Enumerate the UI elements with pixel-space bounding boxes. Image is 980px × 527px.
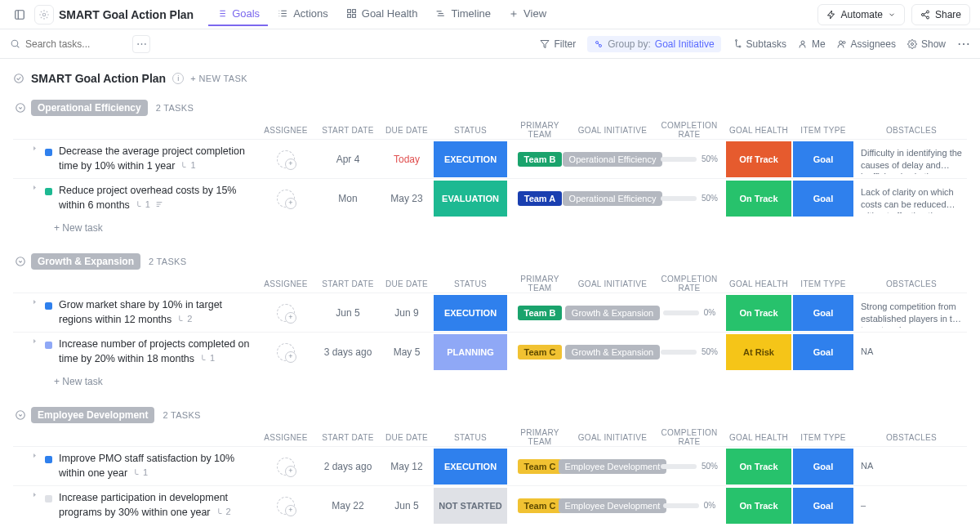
subtask-count[interactable]: 1: [199, 353, 215, 363]
health-cell[interactable]: Off Track: [726, 141, 791, 177]
subtask-count[interactable]: 2: [176, 314, 192, 324]
task-row[interactable]: Increase number of projects completed on…: [13, 332, 967, 371]
row-expand[interactable]: [31, 337, 38, 345]
obstacle-cell[interactable]: NA: [854, 342, 969, 361]
subtask-count[interactable]: 1: [132, 467, 148, 477]
health-cell[interactable]: At Risk: [726, 334, 791, 370]
item-type-cell[interactable]: Goal: [793, 488, 853, 524]
item-type-cell[interactable]: Goal: [793, 141, 853, 177]
share-button[interactable]: Share: [911, 4, 970, 25]
more-button[interactable]: ⋯: [957, 36, 970, 51]
group-collapse-icon[interactable]: [15, 256, 26, 267]
health-cell[interactable]: On Track: [726, 181, 791, 217]
group-collapse-icon[interactable]: [15, 409, 26, 421]
group-by-button[interactable]: Group by: Goal Initiative: [587, 36, 720, 52]
due-date[interactable]: May 23: [381, 193, 433, 204]
show-button[interactable]: Show: [907, 38, 946, 50]
group-collapse-icon[interactable]: [15, 102, 26, 114]
obstacle-cell[interactable]: Difficulty in identifying the causes of …: [854, 144, 969, 175]
search-input[interactable]: [25, 38, 115, 50]
search-more-button[interactable]: ⋯: [132, 35, 150, 53]
item-type-cell[interactable]: Goal: [793, 334, 853, 370]
status-cell[interactable]: EXECUTION: [434, 449, 507, 485]
row-expand[interactable]: [31, 452, 38, 459]
initiative-cell[interactable]: Employee Development: [572, 459, 653, 474]
team-cell[interactable]: Team B: [508, 306, 572, 320]
status-cell[interactable]: EXECUTION: [434, 141, 507, 177]
me-button[interactable]: Me: [798, 38, 826, 50]
status-cell[interactable]: PLANNING: [434, 334, 507, 370]
task-row[interactable]: Reduce project overhead costs by 15% wit…: [13, 178, 967, 217]
tab-actions[interactable]: Actions: [270, 2, 336, 26]
tab-timeline[interactable]: Timeline: [427, 2, 499, 26]
due-date[interactable]: May 12: [381, 461, 433, 472]
tab-goals[interactable]: Goals: [208, 2, 268, 26]
initiative-cell[interactable]: Growth & Expansion: [572, 306, 653, 320]
automate-button[interactable]: Automate: [817, 4, 905, 25]
task-row[interactable]: Decrease the average project completion …: [13, 139, 967, 178]
due-date[interactable]: Today: [381, 154, 433, 165]
due-date[interactable]: May 5: [381, 346, 433, 358]
new-task-top-button[interactable]: + NEW TASK: [190, 74, 247, 83]
status-cell[interactable]: NOT STARTED: [434, 488, 507, 524]
health-cell[interactable]: On Track: [726, 449, 791, 485]
assignee-cell[interactable]: [256, 150, 315, 168]
description-icon[interactable]: [155, 200, 163, 208]
new-task-button[interactable]: + New task: [13, 217, 967, 239]
due-date[interactable]: Jun 9: [381, 307, 433, 319]
row-expand[interactable]: [31, 298, 38, 306]
task-row[interactable]: Grow market share by 10% in target regio…: [13, 293, 967, 332]
obstacle-cell[interactable]: Strong competition from established play…: [854, 297, 969, 328]
row-expand[interactable]: [31, 491, 38, 498]
item-type-cell[interactable]: Goal: [793, 449, 853, 485]
start-date[interactable]: May 22: [315, 500, 381, 511]
subtasks-button[interactable]: Subtasks: [733, 38, 786, 50]
health-cell[interactable]: On Track: [726, 295, 791, 331]
initiative-cell[interactable]: Growth & Expansion: [572, 345, 653, 360]
assignee-cell[interactable]: [256, 343, 315, 361]
subtask-count[interactable]: 1: [180, 160, 195, 170]
initiative-cell[interactable]: Operational Efficiency: [572, 191, 653, 206]
assignees-button[interactable]: Assignees: [837, 38, 896, 50]
health-cell[interactable]: On Track: [726, 488, 791, 524]
row-expand[interactable]: [31, 184, 38, 191]
group-chip[interactable]: Growth & Expansion: [31, 253, 140, 270]
obstacle-cell[interactable]: NA: [854, 457, 969, 476]
assignee-cell[interactable]: [256, 304, 315, 322]
tab-view[interactable]: View: [501, 2, 555, 26]
completion-cell[interactable]: 0%: [653, 501, 725, 510]
row-expand[interactable]: [31, 145, 38, 152]
completion-cell[interactable]: 50%: [653, 462, 725, 471]
assignee-cell[interactable]: [256, 190, 315, 208]
item-type-cell[interactable]: Goal: [793, 295, 853, 331]
completion-cell[interactable]: 50%: [653, 194, 725, 203]
group-chip[interactable]: Employee Development: [31, 407, 154, 423]
due-date[interactable]: Jun 5: [381, 500, 433, 511]
start-date[interactable]: 3 days ago: [315, 346, 381, 358]
status-cell[interactable]: EVALUATION: [434, 181, 507, 217]
subtask-count[interactable]: 1: [135, 199, 150, 209]
status-cell[interactable]: EXECUTION: [434, 295, 507, 331]
completion-cell[interactable]: 50%: [653, 154, 725, 163]
start-date[interactable]: Mon: [315, 193, 381, 204]
completion-cell[interactable]: 0%: [653, 308, 725, 317]
initiative-cell[interactable]: Operational Efficiency: [572, 152, 653, 167]
obstacle-cell[interactable]: –: [854, 496, 969, 515]
group-chip[interactable]: Operational Efficiency: [31, 100, 148, 116]
filter-button[interactable]: Filter: [540, 38, 576, 50]
start-date[interactable]: Apr 4: [315, 154, 381, 165]
task-row[interactable]: Increase participation in development pr…: [13, 485, 967, 525]
sidebar-toggle-icon[interactable]: [10, 5, 29, 25]
tab-goal-health[interactable]: Goal Health: [338, 2, 426, 26]
start-date[interactable]: Jun 5: [315, 307, 381, 319]
task-row[interactable]: Improve PMO staff satisfaction by 10% wi…: [13, 446, 967, 485]
start-date[interactable]: 2 days ago: [315, 461, 381, 472]
obstacle-cell[interactable]: Lack of clarity on which costs can be re…: [854, 183, 969, 214]
collapse-all-icon[interactable]: [13, 73, 24, 84]
item-type-cell[interactable]: Goal: [793, 181, 853, 217]
completion-cell[interactable]: 50%: [653, 347, 725, 356]
new-task-button[interactable]: + New task: [13, 371, 967, 392]
initiative-cell[interactable]: Employee Development: [572, 498, 653, 513]
assignee-cell[interactable]: [256, 458, 315, 476]
assignee-cell[interactable]: [256, 497, 315, 515]
